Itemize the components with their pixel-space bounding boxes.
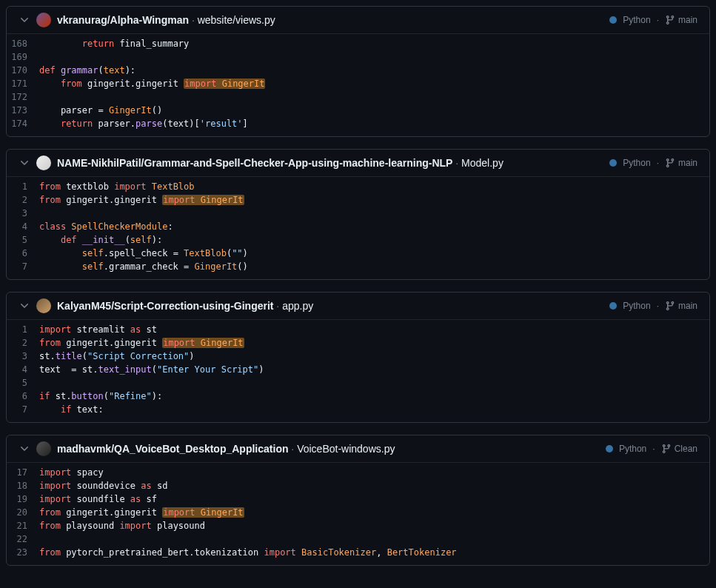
line-number[interactable]: 174 — [7, 117, 39, 130]
path-separator: · — [288, 443, 297, 455]
code-content: from textblob import TextBlob — [39, 180, 207, 193]
line-number[interactable]: 18 — [7, 479, 39, 492]
avatar[interactable] — [36, 298, 51, 313]
code-content — [39, 50, 51, 64]
line-number[interactable]: 4 — [7, 220, 39, 233]
line-number[interactable]: 3 — [7, 350, 39, 363]
code-line[interactable]: 18import sounddevice as sd — [7, 479, 709, 492]
code-line[interactable]: 173 parser = GingerIt() — [7, 104, 709, 117]
repo-link[interactable]: KalyanM45/Script-Correction-using-Ginger… — [57, 300, 273, 312]
file-link[interactable]: VoiceBot-windows.py — [297, 443, 395, 455]
branch-indicator[interactable]: main — [665, 301, 697, 311]
code-line[interactable]: 4text = st.text_input("Enter Your Script… — [7, 363, 709, 376]
code-line[interactable]: 1import streamlit as st — [7, 323, 709, 336]
line-number[interactable]: 19 — [7, 492, 39, 506]
line-number[interactable]: 17 — [7, 466, 39, 479]
code-line[interactable]: 168 return final_summary — [7, 37, 709, 50]
line-number[interactable]: 6 — [7, 390, 39, 403]
language-label: Python — [623, 15, 650, 25]
branch-indicator[interactable]: main — [665, 158, 697, 168]
path-separator: · — [273, 300, 282, 312]
code-line[interactable]: 19import soundfile as sf — [7, 492, 709, 506]
meta-separator: · — [652, 444, 655, 454]
line-number[interactable]: 5 — [7, 376, 39, 390]
line-number[interactable]: 23 — [7, 546, 39, 559]
code-line[interactable]: 5 — [7, 376, 709, 390]
line-number[interactable]: 7 — [7, 260, 39, 273]
code-line[interactable]: 6if st.button("Refine"): — [7, 390, 709, 403]
repo-path: madhavmk/QA_VoiceBot_Desktop_Application… — [57, 443, 395, 455]
code-line[interactable]: 21from playsound import playsound — [7, 519, 709, 532]
code-line[interactable]: 3 — [7, 207, 709, 220]
code-line[interactable]: 4class SpellCheckerModule: — [7, 220, 709, 233]
result-meta: Python·main — [609, 158, 697, 168]
line-number[interactable]: 172 — [7, 90, 39, 104]
line-number[interactable]: 1 — [7, 180, 39, 193]
language-dot-icon — [609, 159, 617, 167]
code-content — [39, 207, 51, 220]
file-link[interactable]: Model.py — [461, 157, 503, 169]
line-number[interactable]: 2 — [7, 193, 39, 207]
branch-indicator[interactable]: Clean — [661, 444, 697, 454]
line-number[interactable]: 3 — [7, 207, 39, 220]
code-content — [39, 90, 51, 104]
code-content: import sounddevice as sd — [39, 479, 179, 492]
code-line[interactable]: 3st.title("Script Correction") — [7, 350, 709, 363]
file-link[interactable]: app.py — [282, 300, 313, 312]
code-content: def grammar(text): — [39, 64, 147, 77]
code-line[interactable]: 1from textblob import TextBlob — [7, 180, 709, 193]
avatar[interactable] — [36, 156, 51, 170]
code-content: from gingerit.gingerit import GingerIt — [39, 193, 256, 207]
code-line[interactable]: 2from gingerit.gingerit import GingerIt — [7, 193, 709, 207]
code-snippet: 1import streamlit as st2from gingerit.gi… — [7, 320, 709, 422]
chevron-down-icon[interactable] — [19, 300, 30, 312]
branch-indicator[interactable]: main — [665, 15, 697, 25]
file-link[interactable]: website/views.py — [198, 14, 275, 26]
line-number[interactable]: 22 — [7, 532, 39, 546]
repo-link[interactable]: madhavmk/QA_VoiceBot_Desktop_Application — [57, 443, 288, 455]
line-number[interactable]: 168 — [7, 37, 39, 50]
code-line[interactable]: 6 self.spell_check = TextBlob("") — [7, 247, 709, 260]
line-number[interactable]: 171 — [7, 77, 39, 90]
avatar[interactable] — [36, 441, 51, 456]
result-header: madhavmk/QA_VoiceBot_Desktop_Application… — [7, 435, 709, 463]
code-content: def __init__(self): — [39, 233, 174, 247]
code-snippet: 168 return final_summary169170def gramma… — [7, 34, 709, 136]
code-content: import streamlit as st — [39, 323, 169, 336]
code-line[interactable]: 5 def __init__(self): — [7, 233, 709, 247]
code-line[interactable]: 22 — [7, 532, 709, 546]
chevron-down-icon[interactable] — [19, 443, 30, 455]
search-result: KalyanM45/Script-Correction-using-Ginger… — [6, 292, 710, 423]
code-line[interactable]: 23from pytorch_pretrained_bert.tokenizat… — [7, 546, 709, 559]
line-number[interactable]: 21 — [7, 519, 39, 532]
code-line[interactable]: 170def grammar(text): — [7, 64, 709, 77]
line-number[interactable]: 5 — [7, 233, 39, 247]
code-line[interactable]: 7 if text: — [7, 403, 709, 416]
line-number[interactable]: 170 — [7, 64, 39, 77]
code-line[interactable]: 17import spacy — [7, 466, 709, 479]
code-line[interactable]: 20from gingerit.gingerit import GingerIt — [7, 506, 709, 519]
line-number[interactable]: 4 — [7, 363, 39, 376]
code-content: self.grammar_check = GingerIt() — [39, 260, 260, 273]
repo-link[interactable]: NAME-NikhilPatil/Grammar-and-Spell-Check… — [57, 157, 452, 169]
line-number[interactable]: 20 — [7, 506, 39, 519]
line-number[interactable]: 1 — [7, 323, 39, 336]
chevron-down-icon[interactable] — [19, 157, 30, 169]
chevron-down-icon[interactable] — [19, 14, 30, 26]
line-number[interactable]: 6 — [7, 247, 39, 260]
language-label: Python — [619, 444, 646, 454]
line-number[interactable]: 173 — [7, 104, 39, 117]
code-line[interactable]: 172 — [7, 90, 709, 104]
code-line[interactable]: 2from gingerit.gingerit import GingerIt — [7, 336, 709, 350]
repo-link[interactable]: vkranurag/Alpha-Wingman — [57, 14, 189, 26]
line-number[interactable]: 7 — [7, 403, 39, 416]
code-line[interactable]: 171 from gingerit.gingerit import Ginger… — [7, 77, 709, 90]
language-dot-icon — [609, 302, 617, 310]
code-line[interactable]: 169 — [7, 50, 709, 64]
avatar[interactable] — [36, 13, 51, 27]
line-number[interactable]: 169 — [7, 50, 39, 64]
code-line[interactable]: 174 return parser.parse(text)['result'] — [7, 117, 709, 130]
line-number[interactable]: 2 — [7, 336, 39, 350]
branch-name: main — [678, 158, 697, 168]
code-line[interactable]: 7 self.grammar_check = GingerIt() — [7, 260, 709, 273]
